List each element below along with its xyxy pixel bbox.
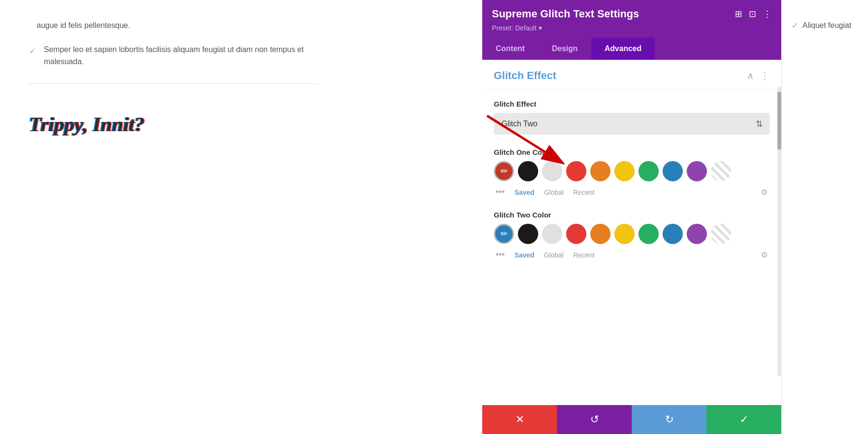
color-blue-swatch[interactable]: [663, 161, 683, 181]
color-none-swatch[interactable]: [711, 161, 731, 181]
color-yellow-swatch[interactable]: [614, 161, 635, 181]
eyedropper-swatch-two[interactable]: ✏: [494, 224, 514, 244]
glitch-two-color-footer: ••• Saved Global Recent ⚙: [494, 250, 770, 260]
more-icon[interactable]: ⋮: [763, 9, 772, 19]
checkmark-icon: ✓: [29, 44, 36, 58]
color-yellow-swatch-2[interactable]: [614, 224, 635, 244]
bottom-toolbar: ✕ ↺ ↻ ✓: [482, 405, 781, 434]
color-white-swatch-2[interactable]: [542, 224, 562, 244]
list-item-text: Semper leo et sapien lobortis facilisis …: [44, 43, 318, 68]
color-global-tab[interactable]: Global: [544, 189, 563, 196]
cancel-button[interactable]: ✕: [482, 405, 557, 434]
color-more-icon[interactable]: •••: [496, 187, 505, 197]
glitch-two-color-row: ✏: [494, 224, 770, 244]
redo-icon: ↻: [665, 413, 674, 426]
cancel-icon: ✕: [515, 413, 524, 426]
list-item: augue id felis pellentesque.: [29, 19, 318, 32]
tabs: Content Design Advanced: [482, 38, 781, 60]
color-recent-tab-2[interactable]: Recent: [573, 251, 595, 259]
color-blue-swatch-2[interactable]: [663, 224, 683, 244]
color-green-swatch[interactable]: [638, 161, 659, 181]
far-right-panel: ✓ Aliquet feugiat: [781, 0, 868, 434]
glitch-two-color-label: Glitch Two Color: [494, 211, 770, 219]
color-settings-icon[interactable]: ⚙: [761, 188, 768, 197]
undo-button[interactable]: ↺: [557, 405, 632, 434]
color-purple-swatch[interactable]: [687, 161, 707, 181]
section-title: Glitch Effect: [494, 69, 556, 82]
section-more-icon[interactable]: ⋮: [760, 70, 770, 81]
color-settings-icon-2[interactable]: ⚙: [761, 250, 768, 259]
glitch-text: Trippy, Innit?: [29, 113, 318, 136]
scrollbar[interactable]: [777, 87, 781, 376]
section-content: Glitch Effect Glitch Two Glitch One Glit…: [482, 90, 781, 283]
left-content: augue id felis pellentesque. ✓ Semper le…: [29, 19, 318, 136]
resize-icon[interactable]: ⊞: [735, 9, 742, 19]
section-controls: ∧ ⋮: [747, 70, 770, 81]
eyedropper-icon: ✏: [501, 166, 508, 176]
color-global-tab-2[interactable]: Global: [544, 251, 563, 259]
list-item-text: augue id felis pellentesque.: [37, 19, 130, 32]
glitch-one-color-row: ✏: [494, 161, 770, 181]
tab-design[interactable]: Design: [538, 38, 591, 60]
expand-icon[interactable]: ⊡: [749, 9, 756, 19]
color-recent-tab[interactable]: Recent: [573, 189, 595, 196]
panel-title-icons: ⊞ ⊡ ⋮: [735, 9, 772, 19]
color-black-swatch-2[interactable]: [518, 224, 538, 244]
redo-button[interactable]: ↻: [632, 405, 706, 434]
tab-advanced[interactable]: Advanced: [591, 38, 655, 60]
far-right-checkmark: ✓: [791, 20, 799, 31]
glitch-effect-select[interactable]: Glitch Two Glitch One Glitch Three: [494, 113, 770, 135]
color-red-swatch[interactable]: [566, 161, 586, 181]
glitch-one-color-label: Glitch One Color: [494, 148, 770, 156]
tab-content[interactable]: Content: [482, 38, 538, 60]
eyedropper-icon-two: ✏: [501, 229, 508, 239]
color-green-swatch-2[interactable]: [638, 224, 659, 244]
color-black-swatch[interactable]: [518, 161, 538, 181]
save-button[interactable]: ✓: [706, 405, 781, 434]
panel-preset[interactable]: Preset: Default ▾: [492, 24, 772, 32]
glitch-effect-select-wrapper: Glitch Two Glitch One Glitch Three ⇅: [494, 113, 770, 135]
save-icon: ✓: [740, 413, 748, 426]
far-right-text: Aliquet feugiat: [802, 19, 851, 32]
color-orange-swatch-2[interactable]: [590, 224, 610, 244]
list-item: ✓ Semper leo et sapien lobortis facilisi…: [29, 43, 318, 68]
color-purple-swatch-2[interactable]: [687, 224, 707, 244]
color-saved-tab[interactable]: Saved: [515, 189, 534, 196]
scroll-thumb: [777, 92, 781, 149]
panel-title: Supreme Glitch Text Settings: [492, 8, 639, 20]
color-white-swatch[interactable]: [542, 161, 562, 181]
panel-body: Glitch Effect ∧ ⋮ Glitch Effect Glitch T…: [482, 60, 781, 405]
collapse-icon[interactable]: ∧: [747, 70, 754, 81]
panel-header: Supreme Glitch Text Settings ⊞ ⊡ ⋮ Prese…: [482, 0, 781, 38]
divider: [29, 83, 318, 84]
color-none-swatch-2[interactable]: [711, 224, 731, 244]
left-panel: augue id felis pellentesque. ✓ Semper le…: [0, 0, 482, 434]
glitch-one-color-footer: ••• Saved Global Recent ⚙: [494, 187, 770, 197]
color-orange-swatch[interactable]: [590, 161, 610, 181]
far-right-item: ✓ Aliquet feugiat: [791, 19, 858, 32]
glitch-effect-label: Glitch Effect: [494, 100, 770, 108]
panel-title-row: Supreme Glitch Text Settings ⊞ ⊡ ⋮: [492, 8, 772, 20]
undo-icon: ↺: [590, 413, 599, 426]
color-more-icon-2[interactable]: •••: [496, 250, 505, 260]
color-saved-tab-2[interactable]: Saved: [515, 251, 534, 259]
color-red-swatch-2[interactable]: [566, 224, 586, 244]
eyedropper-swatch-one[interactable]: ✏: [494, 161, 514, 181]
section-header: Glitch Effect ∧ ⋮: [482, 60, 781, 90]
settings-panel: Supreme Glitch Text Settings ⊞ ⊡ ⋮ Prese…: [482, 0, 781, 434]
